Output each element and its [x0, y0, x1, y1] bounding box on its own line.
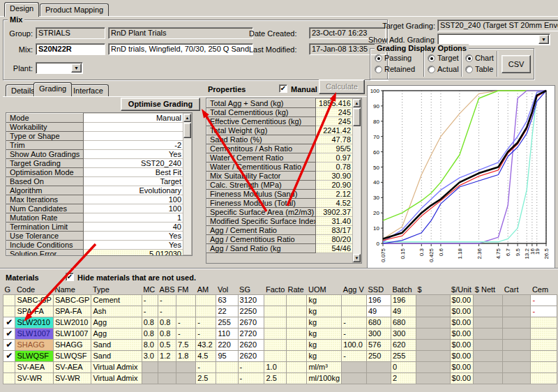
tab-product-mapping[interactable]: Product Mapping — [40, 3, 109, 16]
param-value[interactable]: Yes — [84, 232, 185, 241]
group-code-field[interactable]: STRIALS — [36, 27, 105, 39]
cell-facto — [264, 350, 287, 361]
cell-sg[interactable]: 2670 — [238, 317, 264, 328]
param-value[interactable]: 1 — [84, 213, 185, 223]
properties-grid: Total Agg + Sand (kg)1855.416Total Cemen… — [206, 98, 362, 264]
cell-abs: - — [158, 294, 176, 306]
param-value[interactable] — [84, 123, 185, 132]
radio-option-retained[interactable]: Retained — [375, 65, 415, 73]
grading-chart-plot: 01020304050607080901000.0750.150.30.4250… — [368, 86, 555, 268]
properties-title: Properties — [208, 85, 246, 93]
scroll-up-icon[interactable]: ▲ — [353, 99, 361, 107]
plant-combo-arrow-icon[interactable]: ▼ — [71, 63, 82, 73]
param-value[interactable]: 100 — [84, 204, 185, 213]
properties-scrollbar-thumb[interactable] — [353, 108, 361, 126]
cell-agg-v: - — [342, 317, 367, 328]
scroll-up-icon[interactable]: ▲ — [183, 114, 191, 122]
cell-cem — [531, 339, 557, 350]
radio-icon[interactable] — [465, 54, 473, 62]
cell-ssd[interactable]: 49 — [366, 306, 391, 317]
cell-uom: kg — [307, 350, 342, 361]
calculate-button[interactable]: Calculate — [319, 80, 365, 94]
radio-icon[interactable] — [428, 54, 435, 62]
tab-design[interactable]: Design — [4, 2, 39, 17]
radio-option-chart[interactable]: Chart — [465, 54, 494, 62]
radio-option-actual[interactable]: Actual — [428, 65, 459, 73]
csv-button[interactable]: CSV — [502, 55, 531, 73]
cell-g[interactable]: ✔ — [3, 339, 15, 350]
cell-cart — [503, 328, 531, 339]
properties-scrollbar[interactable]: ▲ ▼ — [352, 98, 361, 263]
radio-icon[interactable] — [428, 66, 435, 73]
radio-icon[interactable] — [375, 66, 382, 73]
cell-g[interactable] — [3, 294, 15, 306]
param-value[interactable]: SST20_240 — [84, 159, 185, 168]
param-value[interactable]: Yes — [84, 241, 185, 250]
cell-g[interactable] — [3, 372, 15, 384]
params-scrollbar[interactable]: ▲ — [183, 113, 192, 255]
cell-sg[interactable]: 2620 — [238, 350, 264, 361]
tab-interface[interactable]: Interface — [68, 84, 109, 96]
show-add-grading-combo-arrow-icon[interactable]: ▼ — [538, 35, 549, 44]
cell-rate — [286, 294, 306, 306]
manual-checkbox[interactable]: ✔ — [279, 84, 287, 93]
cell-code: SV-AEA — [15, 361, 54, 372]
cell-facto: 1.0 — [264, 361, 287, 372]
group-description-field[interactable]: RnD Plant Trials — [108, 27, 253, 39]
param-value[interactable]: -2 — [84, 141, 185, 150]
cell-sg[interactable]: 2720 — [238, 328, 264, 339]
cell-vol[interactable]: 63 — [216, 294, 238, 306]
param-value[interactable]: Yes — [84, 150, 185, 159]
radio-option-target[interactable]: Target — [428, 54, 459, 62]
cell-g[interactable] — [3, 306, 15, 317]
cell-vol[interactable]: 220 — [216, 339, 238, 350]
cell-g[interactable] — [3, 361, 15, 372]
cell-agg-v — [342, 306, 367, 317]
param-value[interactable] — [84, 132, 185, 141]
cell-vol[interactable]: 95 — [216, 350, 238, 361]
property-row: Fineness Modulus (Total)4.52 — [207, 199, 354, 208]
radio-icon[interactable] — [375, 54, 382, 62]
cell-vol[interactable]: 110 — [216, 328, 238, 339]
cell-cem[interactable]: - — [531, 294, 557, 306]
property-row: Total Weight (kg)2241.42 — [207, 126, 354, 135]
param-value[interactable]: Manual — [84, 114, 185, 123]
param-value[interactable]: 5.012030 — [84, 250, 185, 257]
plant-combobox[interactable]: ▼ — [36, 62, 83, 74]
param-row: Use ToleranceYes — [7, 232, 185, 241]
radio-option-table[interactable]: Table — [465, 65, 493, 73]
cell-g[interactable]: ✔ — [3, 350, 15, 361]
target-grading-field[interactable]: SST20_240 (Target ST 20mm Envelo — [437, 20, 558, 31]
param-value[interactable]: Target — [84, 177, 185, 186]
hide-materials-checkbox[interactable]: ✔ — [66, 273, 74, 281]
scroll-down-icon[interactable]: ▼ — [353, 254, 361, 262]
cell-vol[interactable]: 255 — [216, 317, 238, 328]
mix-code-field[interactable]: S20N22R — [36, 43, 105, 55]
cell-am — [196, 294, 216, 306]
cell-g[interactable]: ✔ — [3, 317, 15, 328]
cell-sg[interactable]: 2250 — [238, 306, 264, 317]
optimise-grading-button[interactable]: Optimise Grading — [121, 98, 200, 111]
cell-cem[interactable]: - — [531, 306, 557, 317]
cell-sg[interactable]: 3120 — [238, 294, 264, 306]
cell-sg[interactable]: 2620 — [238, 339, 264, 350]
param-value[interactable]: 40 — [84, 223, 185, 232]
column-header-sg: SG — [238, 285, 264, 294]
radio-icon[interactable] — [465, 66, 473, 73]
params-scrollbar-thumb[interactable] — [183, 123, 191, 138]
cell-rate — [286, 350, 306, 361]
param-value[interactable]: 100 — [84, 195, 185, 204]
param-value[interactable]: Evolutionary — [84, 186, 185, 195]
param-label: Trim — [7, 141, 84, 150]
tab-grading[interactable]: Grading — [33, 82, 72, 96]
property-label: Modified Specific Surface Index — [207, 217, 316, 226]
cell-per-unit: $0.00 — [450, 372, 474, 384]
param-value[interactable]: Best Fit — [84, 168, 185, 177]
radio-option-passing[interactable]: Passing — [375, 54, 412, 62]
cell-code: SLW1007 — [15, 328, 54, 339]
cell-ssd[interactable]: 196 — [366, 294, 391, 306]
cell-g[interactable]: ✔ — [3, 328, 15, 339]
mix-description-field[interactable]: RnD trials, Wingfield, 70/30, 250 Q Sand — [108, 43, 253, 55]
column-header-fm: FM — [176, 285, 196, 294]
cell-vol[interactable]: 22 — [216, 306, 238, 317]
